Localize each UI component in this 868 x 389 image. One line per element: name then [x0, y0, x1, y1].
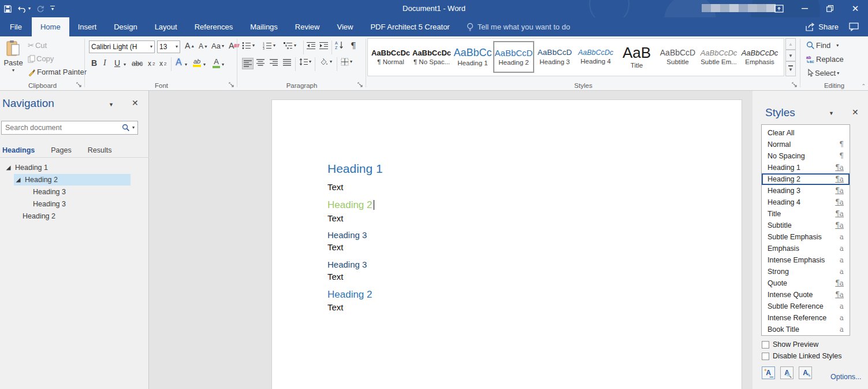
select-button[interactable]: Select ▾ [806, 69, 839, 77]
style-heading4[interactable]: AaBbCcDcHeading 4 [575, 41, 616, 73]
collapse-ribbon-icon[interactable]: ⌃ [861, 83, 866, 89]
style-row-selected[interactable]: Heading 2¶a [762, 173, 850, 185]
sort-button[interactable]: AZ [335, 40, 344, 50]
tell-me-box[interactable]: Tell me what you want to do [459, 17, 578, 36]
doc-text[interactable]: Text [327, 213, 742, 223]
font-size-combobox[interactable]: 13▾ [157, 40, 180, 53]
style-title[interactable]: AaBTitle [616, 41, 657, 73]
doc-text[interactable]: Text [327, 272, 742, 281]
doc-heading3[interactable]: Heading 3 [327, 230, 742, 240]
share-button[interactable]: Share [806, 23, 839, 31]
tab-references[interactable]: References [186, 17, 241, 36]
clipboard-dialog-launcher-icon[interactable] [76, 82, 82, 88]
nav-tab-results[interactable]: Results [80, 143, 120, 157]
style-row[interactable]: Title¶a [762, 208, 850, 220]
style-row[interactable]: Normal¶ [762, 139, 850, 150]
comments-icon[interactable] [849, 23, 859, 31]
style-subtitle[interactable]: AaBbCcDSubtitle [657, 41, 698, 73]
nav-tab-pages[interactable]: Pages [43, 143, 79, 157]
style-row[interactable]: Book Titlea [762, 324, 850, 335]
search-icon[interactable] [121, 124, 131, 132]
format-painter-button[interactable]: Format Painter [28, 68, 87, 76]
align-right-button[interactable] [270, 59, 278, 66]
style-row[interactable]: No Spacing¶ [762, 150, 850, 162]
style-normal[interactable]: AaBbCcDc¶ Normal [370, 41, 411, 73]
multilevel-list-button[interactable]: ▾ [284, 42, 296, 50]
shrink-font-button[interactable]: A▼ [199, 42, 208, 50]
highlight-button[interactable]: ab [193, 58, 201, 67]
style-row[interactable]: Subtle Emphasisa [762, 231, 850, 243]
doc-heading2-green[interactable]: Heading 2 [327, 199, 742, 211]
manage-styles-button[interactable]: A✎ [799, 366, 812, 379]
style-heading1[interactable]: AaBbCcHeading 1 [452, 41, 493, 73]
gallery-more-icon[interactable]: ▼ [785, 61, 796, 76]
line-spacing-button[interactable]: ▾ [299, 58, 311, 66]
minimize-button[interactable] [792, 0, 817, 17]
highlight-dropdown-icon[interactable]: ▾ [203, 62, 206, 67]
tab-design[interactable]: Design [105, 17, 146, 36]
tab-view[interactable]: View [328, 17, 362, 36]
superscript-button[interactable]: x2 [159, 60, 166, 68]
doc-text[interactable]: Text [327, 302, 742, 312]
tab-review[interactable]: Review [286, 17, 329, 36]
style-row[interactable]: Heading 4¶a [762, 197, 850, 208]
ribbon-display-options-icon[interactable] [766, 0, 792, 17]
style-row[interactable]: Stronga [762, 266, 850, 277]
tab-home[interactable]: Home [32, 17, 69, 36]
nav-item-heading1[interactable]: Heading 1 [6, 162, 48, 173]
search-box[interactable]: ▾ [1, 121, 138, 135]
grow-font-button[interactable]: A▲ [185, 41, 195, 50]
paragraph-dialog-launcher-icon[interactable] [357, 82, 363, 88]
checkbox-icon[interactable] [762, 341, 769, 349]
copy-button[interactable]: Copy [28, 54, 54, 63]
gallery-scroll-up-icon[interactable]: ▲ [785, 38, 796, 50]
show-paragraph-marks-button[interactable]: ¶ [351, 40, 356, 51]
nav-item-heading2-selected[interactable]: Heading 2 [14, 174, 131, 186]
nav-item-heading3[interactable]: Heading 3 [33, 186, 66, 198]
change-case-button[interactable]: Aa▾ [211, 42, 224, 50]
style-row[interactable]: Heading 1¶a [762, 162, 850, 173]
document-page[interactable]: Heading 1 Text Heading 2 Text Heading 3 … [271, 99, 742, 389]
text-effects-dropdown-icon[interactable]: ▾ [185, 62, 187, 67]
font-color-button[interactable]: A [213, 57, 220, 68]
show-preview-checkbox[interactable]: Show Preview [762, 340, 818, 349]
numbering-button[interactable]: 123▾ [263, 42, 275, 50]
doc-text[interactable]: Text [327, 182, 742, 192]
style-row[interactable]: Subtitle¶a [762, 220, 850, 231]
tab-insert[interactable]: Insert [69, 17, 106, 36]
restore-button[interactable] [817, 0, 843, 17]
text-effects-button[interactable]: A [176, 57, 182, 68]
style-heading3[interactable]: AaBbCcDHeading 3 [534, 41, 575, 73]
subscript-button[interactable]: x2 [148, 60, 155, 68]
style-emphasis[interactable]: AaBbCcDcEmphasis [739, 41, 780, 73]
gallery-scroll-down-icon[interactable]: ▼ [785, 50, 796, 61]
shading-button[interactable]: ▾ [319, 58, 332, 66]
justify-button[interactable] [283, 59, 291, 66]
style-subtle-emphasis[interactable]: AaBbCcDcSubtle Em... [698, 41, 739, 73]
style-row[interactable]: Heading 3¶a [762, 185, 850, 197]
account-name-redacted[interactable] [702, 4, 776, 12]
styles-dialog-launcher-icon[interactable] [792, 82, 798, 88]
style-row[interactable]: Quote¶a [762, 277, 850, 289]
underline-dropdown-icon[interactable]: ▾ [124, 62, 126, 67]
doc-heading3[interactable]: Heading 3 [327, 260, 742, 269]
tab-pdf-architect[interactable]: PDF Architect 5 Creator [362, 17, 458, 36]
align-left-button[interactable] [242, 58, 254, 69]
navigation-pane-menu-icon[interactable]: ▼ [109, 102, 114, 108]
borders-button[interactable]: ▾ [341, 58, 352, 66]
strikethrough-button[interactable]: abc [132, 60, 143, 68]
bullets-button[interactable]: ▾ [242, 42, 255, 50]
find-button[interactable]: Find ▾ [806, 41, 839, 50]
style-heading2-selected[interactable]: AaBbCcDHeading 2 [493, 41, 534, 73]
style-inspector-button[interactable]: A🔍 [780, 366, 794, 379]
align-center-button[interactable] [256, 59, 265, 66]
doc-heading1[interactable]: Heading 1 [327, 162, 742, 176]
style-row[interactable]: Subtle Referencea [762, 301, 850, 312]
styles-pane-menu-icon[interactable]: ▼ [829, 111, 834, 116]
paste-button[interactable]: Paste ▾ [2, 40, 24, 73]
style-row-clear-all[interactable]: Clear All [762, 127, 850, 139]
style-no-spacing[interactable]: AaBbCcDc¶ No Spac... [411, 41, 452, 73]
decrease-indent-button[interactable] [307, 42, 315, 50]
increase-indent-button[interactable] [319, 42, 328, 50]
doc-text[interactable]: Text [327, 242, 742, 252]
